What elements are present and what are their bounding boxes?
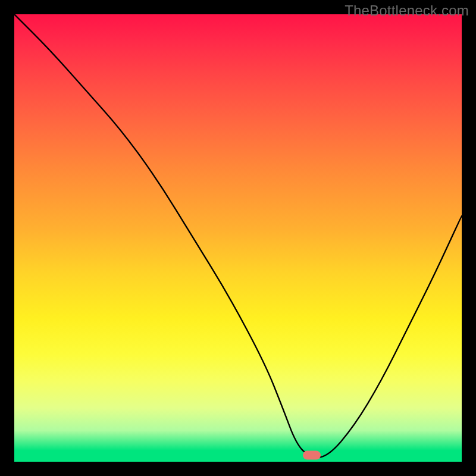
bottleneck-curve <box>14 14 462 462</box>
optimal-point-marker <box>303 450 321 459</box>
plot-area <box>14 14 462 462</box>
chart-frame: TheBottleneck.com <box>0 0 476 476</box>
watermark-text: TheBottleneck.com <box>345 2 469 19</box>
